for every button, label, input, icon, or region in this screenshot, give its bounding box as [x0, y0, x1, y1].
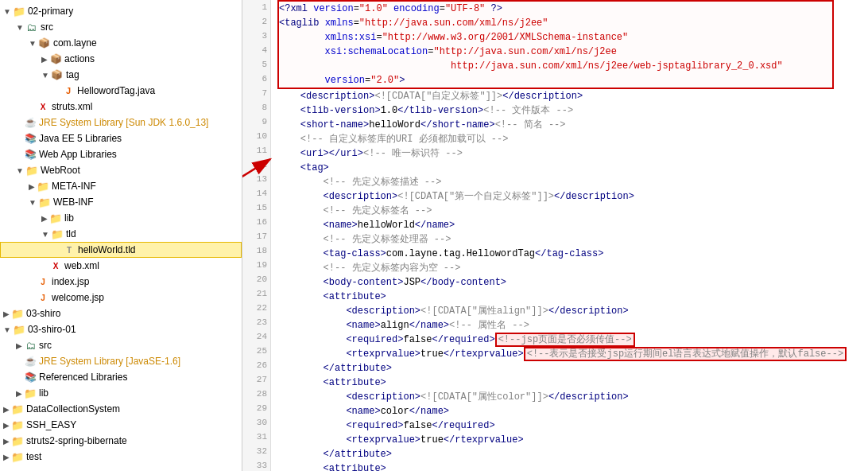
tree-item-lib[interactable]: ▶ 📁 lib — [0, 210, 242, 226]
code-line-26: </attribute> — [277, 361, 862, 376]
code-line-5: http://java.sun.com/xml/ns/j2ee/web-jspt… — [279, 59, 832, 73]
code-line-7: <description><![CDATA["自定义标签"]]></descri… — [277, 89, 862, 103]
jre-icon: ☕ — [24, 355, 37, 368]
lib-icon: 📚 — [24, 148, 37, 161]
tree-item-webapp-lib[interactable]: 📚 Web App Libraries — [0, 146, 242, 162]
tree-item-lib2[interactable]: ▶ 📁 lib — [0, 385, 242, 401]
jsp-icon: J — [37, 275, 49, 288]
code-line-15: <!-- 先定义标签名 --> — [277, 204, 862, 218]
tree-label: Java EE 5 Libraries — [39, 133, 122, 144]
folder-icon: 📁 — [13, 5, 25, 18]
tree-item-hellowordtag[interactable]: J HellowordTag.java — [0, 83, 242, 99]
tree-item-src2[interactable]: ▶ 🗂 src — [0, 337, 242, 353]
tree-label: 03-shiro — [26, 308, 60, 319]
code-line-19: <!-- 先定义标签内容为空 --> — [277, 261, 862, 275]
code-line-28: <description><![CDATA["属性color"]]></desc… — [277, 390, 862, 404]
tree-item-jre[interactable]: ☕ JRE System Library [Sun JDK 1.6.0_13] — [0, 115, 242, 130]
tree-label: WEB-INF — [53, 197, 94, 208]
folder-icon: 📁 — [49, 212, 62, 224]
tree-item-welcome-jsp[interactable]: J welcome.jsp — [0, 290, 242, 306]
expand-arrow: ▶ — [3, 309, 10, 318]
tree-item-helloworld-tld[interactable]: T helloWorld.tld — [0, 242, 242, 258]
tree-item-web-inf[interactable]: ▼ 📁 WEB-INF — [0, 194, 242, 210]
expand-arrow: ▼ — [29, 39, 37, 48]
tree-label: Web App Libraries — [39, 149, 117, 160]
tree-item-struts-xml[interactable]: X struts.xml — [0, 99, 242, 115]
tree-item-index-jsp[interactable]: J index.jsp — [0, 274, 242, 290]
code-line-13: <!-- 先定义标签描述 --> — [277, 175, 862, 189]
code-line-21: <attribute> — [277, 290, 862, 304]
code-line-12: <tag> — [277, 161, 862, 175]
code-line-6: version="2.0"> — [279, 73, 832, 88]
tree-item-02-primary[interactable]: ▼ 📁 02-primary — [0, 3, 242, 19]
src-icon: 🗂 — [24, 339, 37, 352]
tree-label: actions — [64, 53, 95, 64]
code-line-32: </attribute> — [277, 447, 862, 461]
tree-item-tld[interactable]: ▼ 📁 tld — [0, 226, 242, 242]
folder-icon: 📁 — [11, 403, 24, 415]
tree-item-datacollection[interactable]: ▶ 📁 DataCollectionSystem — [0, 401, 242, 417]
tree-item-jre2[interactable]: ☕ JRE System Library [JavaSE-1.6] — [0, 353, 242, 369]
expand-arrow: ▶ — [3, 421, 10, 430]
code-line-24: <required>false</required><!--jsp页面是否必须传… — [277, 333, 862, 347]
folder-icon: 📁 — [38, 196, 51, 208]
tree-label: index.jsp — [52, 276, 89, 287]
tree-label: com.layne — [53, 37, 97, 49]
tree-item-meta-inf[interactable]: ▶ 📁 META-INF — [0, 178, 242, 194]
expand-arrow: ▶ — [3, 405, 10, 414]
folder-icon: 📁 — [11, 418, 24, 431]
tree-label: src — [41, 21, 53, 33]
tree-item-javaee5[interactable]: 📚 Java EE 5 Libraries — [0, 130, 242, 146]
code-line-3: xmlns:xsi="http://www.w3.org/2001/XMLSch… — [279, 30, 832, 45]
tree-item-src[interactable]: ▼ 🗂 src — [0, 19, 242, 35]
folder-icon: 📁 — [11, 307, 24, 320]
tree-label: META-INF — [52, 181, 96, 192]
code-line-14: <description><![CDATA["第一个自定义标签"]]></des… — [277, 189, 862, 204]
tree-label: struts2-spring-bibernate — [26, 435, 127, 446]
code-area[interactable]: 12345 678910 1112131415 1617181920 21222… — [242, 0, 868, 471]
tree-label: struts.xml — [52, 101, 92, 112]
expand-arrow: ▶ — [41, 214, 48, 223]
package-icon: 📦 — [38, 37, 51, 49]
tree-label: JRE System Library [JavaSE-1.6] — [39, 356, 180, 367]
tree-label: 02-primary — [28, 6, 73, 17]
code-line-10: <!-- 自定义标签库的URI 必须都加载可以 --> — [277, 132, 862, 146]
tree-item-web-xml[interactable]: X web.xml — [0, 258, 242, 274]
tree-item-webroot[interactable]: ▼ 📁 WebRoot — [0, 162, 242, 178]
tree-item-test[interactable]: ▶ 📁 test — [0, 449, 242, 465]
expand-arrow: ▼ — [41, 230, 49, 239]
tree-item-03-shiro-01[interactable]: ▼ 📁 03-shiro-01 — [0, 321, 242, 337]
tree-label: DataCollectionSystem — [26, 403, 120, 415]
tree-label: lib — [64, 212, 74, 224]
tree-label: lib — [39, 387, 48, 399]
expand-arrow: ▶ — [16, 341, 22, 350]
java-icon: J — [62, 84, 75, 97]
tree-label: HellowordTag.java — [77, 85, 155, 96]
folder-icon: 📁 — [11, 450, 24, 463]
expand-arrow: ▼ — [3, 7, 11, 16]
tree-label: welcome.jsp — [52, 292, 104, 303]
tree-label: helloWorld.tld — [78, 244, 135, 255]
expand-arrow: ▶ — [41, 55, 48, 64]
tree-item-ssh-easy[interactable]: ▶ 📁 SSH_EASY — [0, 417, 242, 433]
tree-item-03-shiro[interactable]: ▶ 📁 03-shiro — [0, 306, 242, 321]
tree-item-com-layne[interactable]: ▼ 📦 com.layne — [0, 35, 242, 51]
tree-item-actions[interactable]: ▶ 📦 actions — [0, 51, 242, 67]
file-tree[interactable]: ▼ 📁 02-primary ▼ 🗂 src ▼ 📦 com.layne ▶ 📦… — [0, 0, 242, 471]
code-line-4: xsi:schemaLocation="http://java.sun.com/… — [279, 45, 832, 59]
code-line-18: <tag-class>com.layne.tag.HellowordTag</t… — [277, 247, 862, 261]
expand-arrow: ▼ — [41, 71, 49, 80]
code-line-30: <required>false</required> — [277, 418, 862, 433]
tld-icon: T — [63, 243, 76, 256]
expand-arrow: ▶ — [3, 453, 10, 461]
editor-panel: 12345 678910 1112131415 1617181920 21222… — [242, 0, 868, 471]
line-numbers: 12345 678910 1112131415 1617181920 21222… — [242, 0, 271, 471]
tree-label: tag — [66, 69, 79, 80]
tree-label: src — [39, 340, 52, 351]
package-icon: 📦 — [51, 68, 64, 81]
tree-item-ref-libs[interactable]: 📚 Referenced Libraries — [0, 369, 242, 385]
tree-label: test — [26, 451, 41, 462]
tree-item-struts2-spring[interactable]: ▶ 📁 struts2-spring-bibernate — [0, 433, 242, 449]
tree-label: 03-shiro-01 — [28, 324, 76, 335]
tree-item-tag[interactable]: ▼ 📦 tag — [0, 67, 242, 83]
